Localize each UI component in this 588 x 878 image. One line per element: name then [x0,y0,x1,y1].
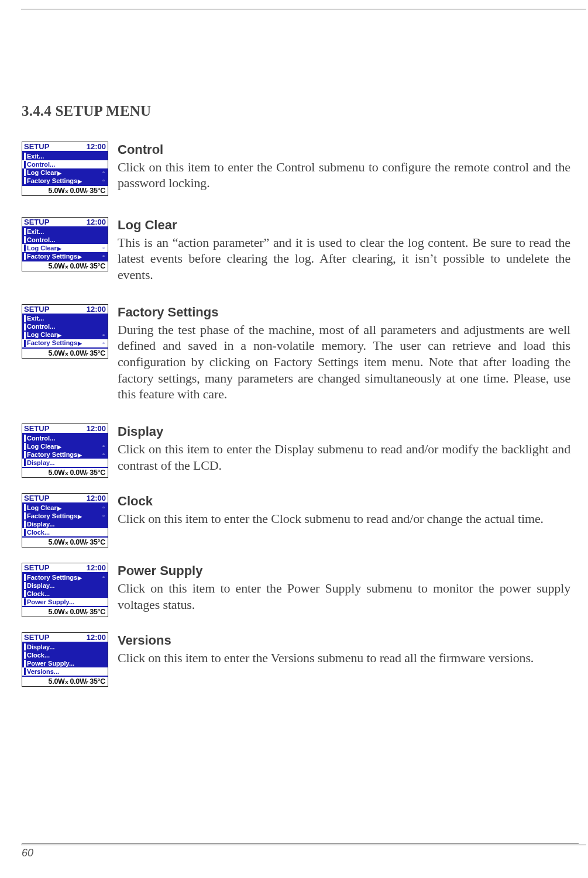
lock-icon: ▫ [101,178,106,184]
lcd-row-label: Display... [27,460,106,466]
lcd-body: Exit...Control...Log Clear▶▫Factory Sett… [22,314,108,349]
lcd-cursor-bar [24,245,26,252]
lcd-header: SETUP12:00 [22,218,108,226]
lcd-cursor-bar [24,161,26,168]
lcd-row-label: Control... [27,161,106,168]
lcd-row: Factory Settings▶▫ [22,573,108,581]
top-rule [21,9,586,9]
lcd-row: Display... [22,520,108,528]
lcd-cursor-bar [24,668,26,675]
chevron-right-icon: ▶ [57,505,61,511]
lcd-footer: 5.0Wₓ 0.0Wᵣ 35°C [22,349,108,358]
entry: SETUP12:00Log Clear▶▫Factory Settings▶▫D… [22,493,570,548]
lcd-row: Versions... [22,667,108,676]
lcd-header-time: 12:00 [87,633,106,641]
lcd-header-title: SETUP [24,494,49,502]
lcd-row-label: Control... [27,435,106,442]
entry-content: ControlClick on this item to enter the C… [118,142,570,191]
lock-icon: ▫ [101,443,106,449]
entry-content: ClockClick on this item to enter the Clo… [118,493,570,526]
lcd-cursor-bar [24,598,26,605]
entry: SETUP12:00Exit...Control...Log Clear▶▫Fa… [22,142,570,196]
lcd-header: SETUP12:00 [22,142,108,151]
entry-content: Log ClearThis is an “action parameter” a… [118,217,570,283]
lcd-row: Clock... [22,528,108,536]
chevron-right-icon: ▶ [57,444,61,450]
lcd-cursor-bar [24,574,26,581]
entry-body: Click on this item to enter the Power Su… [118,580,570,612]
lcd-row: Factory Settings▶▫ [22,339,108,347]
lcd-row-label: Exit... [27,229,106,235]
lcd-row: Control... [22,323,108,331]
lcd-cursor-bar [24,323,26,330]
chevron-right-icon: ▶ [57,170,61,176]
entry: SETUP12:00Exit...Control...Log Clear▶▫Fa… [22,304,570,402]
lcd-header-title: SETUP [24,425,49,432]
lcd-header-time: 12:00 [87,143,106,150]
lock-icon: ▫ [101,340,106,346]
bottom-rule [21,845,586,845]
lcd-cursor-bar [24,315,26,322]
lcd-row: Power Supply... [22,598,108,606]
chevron-right-icon: ▶ [78,575,82,581]
lcd-cursor-bar [24,459,26,466]
lcd-row: Display... [22,643,108,651]
entry-content: DisplayClick on this item to enter the D… [118,423,570,473]
lcd-row-label: Clock... [27,529,106,536]
lcd-cursor-bar [24,228,26,235]
lcd-row-label: Display... [27,644,106,650]
lcd-header-title: SETUP [24,143,49,150]
lock-icon: ▫ [101,574,106,580]
lcd-row: Clock... [22,651,108,659]
entry-content: VersionsClick on this item to enter the … [118,632,570,666]
lcd-cursor-bar [24,253,26,260]
lcd-row-label: Log Clear▶ [27,245,101,252]
lcd-row-label: Display... [27,583,106,589]
entry-title: Versions [118,632,570,649]
lcd-row-label: Log Clear▶ [27,332,101,338]
lcd-cursor-bar [24,582,26,589]
lock-icon: ▫ [101,253,106,259]
lcd-row-label: Factory Settings▶ [27,452,101,458]
lcd-screenshot: SETUP12:00Control...Log Clear▶▫Factory S… [22,423,108,478]
lcd-cursor-bar [24,521,26,528]
lcd-row-label: Clock... [27,652,106,659]
lcd-cursor-bar [24,590,26,597]
lcd-row: Power Supply... [22,659,108,667]
lcd-header-title: SETUP [24,633,49,641]
lcd-header-time: 12:00 [87,494,106,502]
lcd-body: Display...Clock...Power Supply...Version… [22,642,108,677]
lcd-row-label: Power Supply... [27,660,106,667]
lcd-screenshot: SETUP12:00Factory Settings▶▫Display...Cl… [22,563,108,617]
lcd-footer: 5.0Wₓ 0.0Wᵣ 35°C [22,607,108,617]
entry: SETUP12:00Exit...Control...Log Clear▶▫Fa… [22,217,570,283]
chevron-right-icon: ▶ [78,340,82,346]
lcd-row-label: Exit... [27,315,106,322]
lcd-cursor-bar [24,169,26,176]
lcd-row: Control... [22,236,108,244]
lcd-cursor-bar [24,512,26,519]
lcd-screenshot: SETUP12:00Exit...Control...Log Clear▶▫Fa… [22,304,108,359]
lcd-header-time: 12:00 [87,425,106,432]
lcd-row-label: Log Clear▶ [27,170,101,176]
lcd-screenshot: SETUP12:00Exit...Control...Log Clear▶▫Fa… [22,142,108,196]
lcd-body: Log Clear▶▫Factory Settings▶▫Display...C… [22,502,108,538]
lcd-row-label: Control... [27,323,106,330]
lcd-row: Factory Settings▶▫ [22,252,108,260]
lcd-row: Display... [22,459,108,467]
lcd-row: Exit... [22,228,108,236]
lcd-header: SETUP12:00 [22,633,108,642]
lcd-header-title: SETUP [24,305,49,313]
lcd-row-label: Versions... [27,669,106,675]
lcd-row: Control... [22,434,108,442]
lcd-body: Exit...Control...Log Clear▶▫Factory Sett… [22,151,108,186]
lcd-screenshot: SETUP12:00Exit...Control...Log Clear▶▫Fa… [22,217,108,271]
entry-title: Control [118,142,570,158]
lock-icon: ▫ [101,332,106,338]
lcd-cursor-bar [24,451,26,458]
lcd-row: Log Clear▶▫ [22,331,108,339]
entry-content: Power SupplyClick on this item to enter … [118,563,570,612]
lcd-body: Control...Log Clear▶▫Factory Settings▶▫D… [22,433,108,468]
lcd-header-time: 12:00 [87,305,106,313]
page-content: 3.4.4 SETUP MENU SETUP12:00Exit...Contro… [22,103,570,702]
